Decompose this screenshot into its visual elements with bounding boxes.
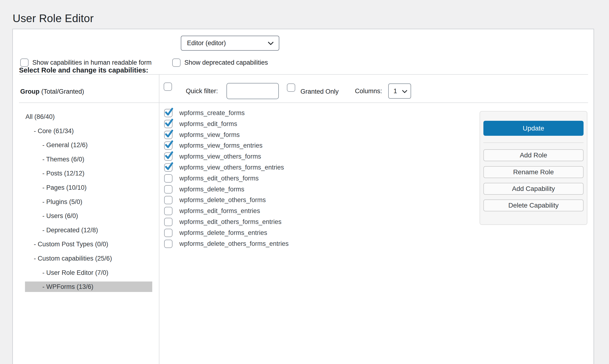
capability-label: wpforms_edit_others_forms bbox=[179, 175, 259, 182]
group-tree-item[interactable]: - General (12/6) bbox=[25, 140, 152, 150]
group-tree-item[interactable]: - Core (61/34) bbox=[25, 126, 152, 136]
user-role-editor-page: User Role Editor Select Role and change … bbox=[0, 0, 609, 364]
quick-filter-label: Quick filter: bbox=[186, 88, 218, 95]
capability-label: wpforms_view_forms_entries bbox=[179, 142, 263, 149]
capability-checkbox[interactable] bbox=[164, 120, 172, 128]
capability-checkbox[interactable] bbox=[164, 185, 172, 194]
capability-checkbox[interactable] bbox=[164, 131, 172, 139]
deprecated-option: Show deprecated capabilities bbox=[172, 58, 268, 67]
granted-only-label: Granted Only bbox=[301, 88, 339, 95]
human-readable-option: Show capabilities in human readable form bbox=[20, 58, 152, 67]
human-readable-label: Show capabilities in human readable form bbox=[32, 59, 152, 66]
capability-row: wpforms_edit_others_forms_entries bbox=[164, 216, 281, 227]
capability-label: wpforms_delete_others_forms_entries bbox=[179, 240, 289, 247]
capability-row: wpforms_create_forms bbox=[164, 107, 245, 118]
human-readable-checkbox[interactable] bbox=[20, 58, 28, 67]
group-tree-item[interactable]: - WPForms (13/6) bbox=[25, 282, 152, 292]
group-tree-item[interactable]: - Custom capabilities (25/6) bbox=[25, 253, 152, 264]
quick-filter-input[interactable] bbox=[226, 83, 279, 99]
capability-label: wpforms_delete_others_forms bbox=[179, 196, 266, 204]
role-select-value: Editor (editor) bbox=[187, 39, 226, 47]
capability-row: wpforms_delete_forms_entries bbox=[164, 227, 267, 238]
capability-checkbox[interactable] bbox=[164, 218, 172, 226]
capability-checkbox[interactable] bbox=[164, 163, 172, 172]
capability-row: wpforms_view_forms_entries bbox=[164, 140, 263, 151]
main-panel: Select Role and change its capabilities:… bbox=[12, 29, 594, 364]
rename-role-button[interactable]: Rename Role bbox=[483, 166, 583, 178]
group-header: Group (Total/Granted) bbox=[20, 88, 84, 95]
capability-label: wpforms_edit_forms_entries bbox=[179, 207, 260, 215]
group-tree-item[interactable]: - User Role Editor (7/0) bbox=[25, 267, 152, 278]
delete-capability-button[interactable]: Delete Capability bbox=[483, 199, 583, 211]
capability-row: wpforms_delete_forms bbox=[164, 184, 244, 195]
capability-row: wpforms_edit_others_forms bbox=[164, 173, 259, 184]
group-tree-item[interactable]: - Users (6/0) bbox=[25, 211, 152, 221]
columns-label: Columns: bbox=[355, 88, 382, 95]
columns-select[interactable]: 1 bbox=[388, 83, 411, 99]
capability-checkbox[interactable] bbox=[164, 109, 172, 117]
group-tree-item[interactable]: - Themes (6/0) bbox=[25, 154, 152, 165]
quick-filter-checkbox[interactable] bbox=[164, 82, 172, 91]
deprecated-label: Show deprecated capabilities bbox=[184, 59, 268, 66]
columns-select-value: 1 bbox=[394, 88, 397, 95]
group-tree-item[interactable]: - Plugins (5/0) bbox=[25, 197, 152, 207]
group-tree-item[interactable]: - Pages (10/10) bbox=[25, 182, 152, 193]
divider-top bbox=[19, 74, 588, 75]
chevron-down-icon bbox=[402, 88, 407, 95]
capability-row: wpforms_edit_forms_entries bbox=[164, 205, 260, 216]
capability-row: wpforms_view_forms bbox=[164, 129, 240, 140]
capability-label: wpforms_edit_others_forms_entries bbox=[179, 218, 281, 226]
capability-checkbox[interactable] bbox=[164, 240, 172, 248]
capability-row: wpforms_delete_others_forms bbox=[164, 195, 266, 205]
page-title: User Role Editor bbox=[13, 12, 94, 25]
column-separator bbox=[159, 75, 159, 364]
group-tree-item[interactable]: - Deprecated (12/8) bbox=[25, 225, 152, 235]
capability-row: wpforms_delete_others_forms_entries bbox=[164, 238, 289, 249]
capability-label: wpforms_create_forms bbox=[179, 109, 245, 117]
capability-label: wpforms_view_others_forms bbox=[179, 153, 261, 160]
capability-row: wpforms_edit_forms bbox=[164, 118, 237, 129]
capability-checkbox[interactable] bbox=[164, 196, 172, 204]
capability-checkbox[interactable] bbox=[164, 207, 172, 215]
group-tree-item[interactable]: - Posts (12/12) bbox=[25, 168, 152, 179]
group-tree-item[interactable]: All (86/40) bbox=[25, 112, 152, 122]
capability-label: wpforms_view_others_forms_entries bbox=[179, 164, 284, 171]
capability-checkbox[interactable] bbox=[164, 152, 172, 161]
action-panel: Update Add Role Rename Role Add Capabili… bbox=[480, 111, 587, 225]
capability-row: wpforms_view_others_forms_entries bbox=[164, 162, 284, 173]
add-capability-button[interactable]: Add Capability bbox=[483, 183, 583, 195]
capability-label: wpforms_delete_forms bbox=[179, 186, 244, 193]
update-button[interactable]: Update bbox=[483, 121, 583, 136]
capability-label: wpforms_delete_forms_entries bbox=[179, 229, 267, 236]
capability-checkbox[interactable] bbox=[164, 229, 172, 237]
capability-row: wpforms_view_others_forms bbox=[164, 151, 261, 162]
chevron-down-icon bbox=[268, 39, 274, 47]
granted-only-checkbox[interactable] bbox=[287, 83, 295, 92]
capability-checkbox[interactable] bbox=[164, 174, 172, 182]
select-role-label: Select Role and change its capabilities: bbox=[19, 66, 148, 74]
capability-checkbox[interactable] bbox=[164, 142, 172, 150]
group-tree-item[interactable]: - Custom Post Types (0/0) bbox=[25, 239, 152, 249]
role-select[interactable]: Editor (editor) bbox=[181, 36, 279, 51]
capability-label: wpforms_edit_forms bbox=[179, 120, 237, 128]
capability-label: wpforms_view_forms bbox=[179, 131, 240, 139]
add-role-button[interactable]: Add Role bbox=[483, 149, 583, 161]
action-separator bbox=[483, 143, 583, 143]
deprecated-checkbox[interactable] bbox=[172, 58, 181, 67]
divider-filter bbox=[19, 103, 588, 103]
